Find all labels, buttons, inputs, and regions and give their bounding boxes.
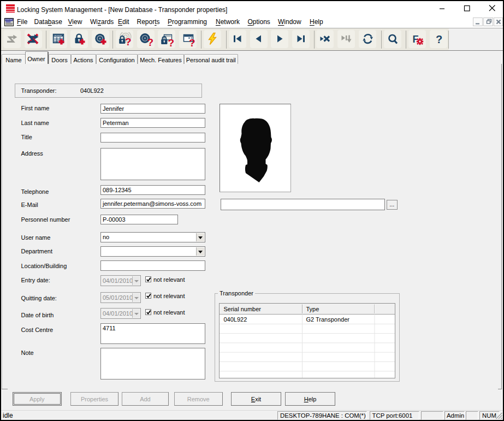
- svg-text:?: ?: [436, 33, 442, 45]
- svg-text:?: ?: [168, 37, 175, 47]
- svg-text:?: ?: [189, 37, 195, 47]
- svg-text:?: ?: [147, 37, 153, 46]
- svg-text:?: ?: [125, 36, 132, 46]
